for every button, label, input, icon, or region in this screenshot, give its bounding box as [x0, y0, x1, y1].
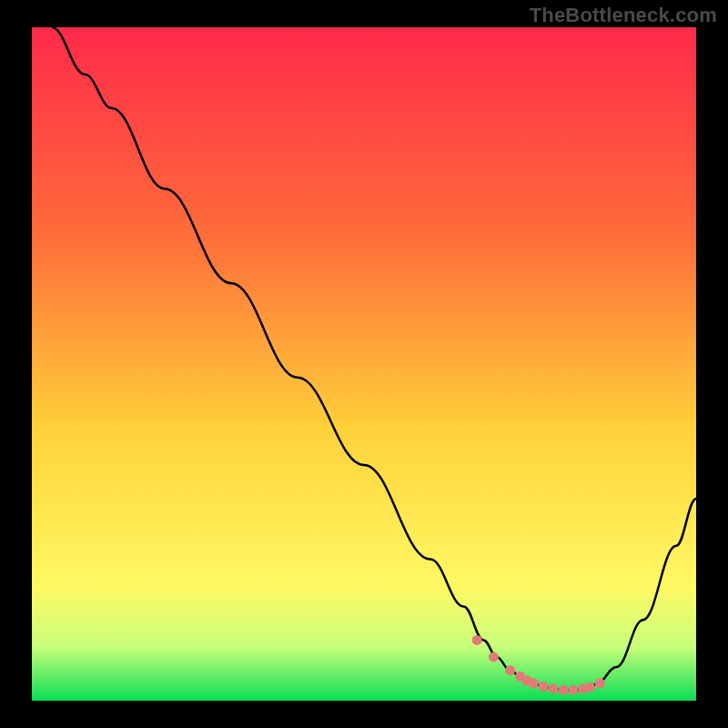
marker-point	[585, 682, 595, 693]
marker-point	[595, 678, 605, 688]
marker-point	[472, 635, 482, 645]
chart-svg	[32, 27, 696, 701]
marker-point	[539, 682, 549, 692]
marker-point	[568, 685, 578, 695]
marker-point	[505, 665, 515, 675]
watermark-text: TheBottleneck.com	[530, 4, 717, 27]
plot-area	[32, 27, 696, 701]
marker-point	[529, 678, 539, 688]
marker-point	[549, 683, 559, 693]
marker-point	[559, 685, 569, 695]
gradient-background	[32, 27, 696, 701]
marker-point	[489, 652, 499, 662]
chart-container: TheBottleneck.com	[0, 0, 728, 728]
